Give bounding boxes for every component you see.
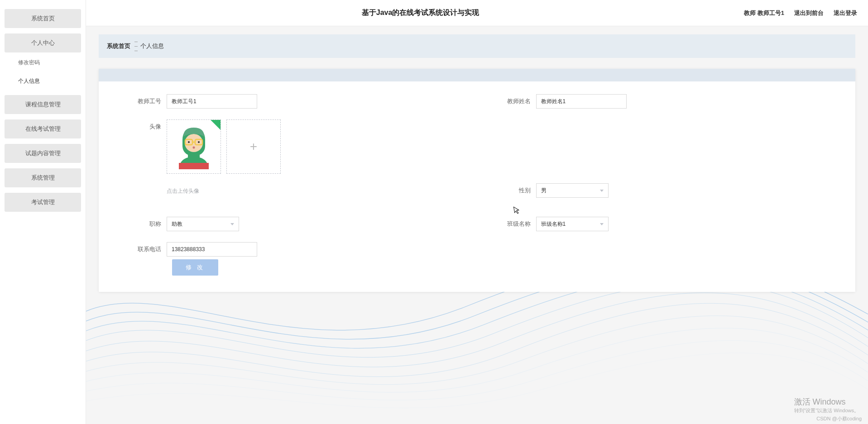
sidebar-item-exam[interactable]: 在线考试管理	[5, 119, 81, 138]
form-card: 教师工号 教师姓名 头像	[99, 69, 855, 292]
select-class[interactable]: 班级名称1	[536, 217, 609, 231]
sidebar-item-question[interactable]: 试题内容管理	[5, 144, 81, 163]
svg-point-1	[185, 134, 203, 152]
label-class: 班级名称	[495, 217, 536, 228]
csdn-watermark: CSDN @小蔡coding	[816, 415, 862, 422]
label-teacher-id: 教师工号	[126, 94, 167, 105]
avatar-preview[interactable]	[167, 119, 221, 174]
sidebar-item-course[interactable]: 课程信息管理	[5, 95, 81, 114]
sidebar-item-exam-mgmt[interactable]: 考试管理	[5, 193, 81, 212]
select-gender-value: 男	[541, 187, 547, 195]
avatar-upload-button[interactable]: +	[226, 119, 281, 174]
sidebar-sub-change-password[interactable]: 修改密码	[5, 54, 81, 71]
header-to-front[interactable]: 退出到前台	[794, 9, 824, 17]
label-gender: 性别	[495, 183, 536, 195]
breadcrumb-separator-icon	[134, 39, 137, 53]
avatar-icon	[173, 124, 214, 169]
submit-button[interactable]: 修 改	[172, 259, 218, 276]
svg-point-6	[198, 141, 200, 143]
chevron-down-icon	[600, 223, 604, 225]
breadcrumb-current: 个人信息	[140, 42, 164, 50]
label-avatar: 头像	[126, 119, 167, 131]
sidebar-item-home[interactable]: 系统首页	[5, 9, 81, 28]
chevron-down-icon	[230, 223, 234, 225]
input-phone[interactable]	[167, 242, 257, 257]
chevron-down-icon	[600, 190, 604, 192]
input-teacher-name[interactable]	[536, 94, 627, 109]
page-title: 基于Java的在线考试系统设计与实现	[97, 8, 744, 18]
select-gender[interactable]: 男	[536, 183, 609, 198]
header-user[interactable]: 教师 教师工号1	[744, 9, 784, 17]
label-title: 职称	[126, 217, 167, 228]
sidebar-item-personal[interactable]: 个人中心	[5, 33, 81, 52]
sidebar-sub-personal-info[interactable]: 个人信息	[5, 73, 81, 90]
card-header-bar	[99, 69, 855, 81]
header: 基于Java的在线考试系统设计与实现 教师 教师工号1 退出到前台 退出登录	[86, 0, 868, 26]
select-title-value: 助教	[172, 220, 182, 228]
upload-hint: 点击上传头像	[167, 187, 281, 195]
label-teacher-name: 教师姓名	[495, 94, 536, 105]
sidebar: 系统首页 个人中心 修改密码 个人信息 课程信息管理 在线考试管理 试题内容管理…	[0, 0, 86, 424]
input-teacher-id[interactable]	[167, 94, 257, 109]
svg-point-7	[193, 147, 195, 149]
plus-icon: +	[250, 139, 257, 154]
header-logout[interactable]: 退出登录	[834, 9, 857, 17]
svg-point-5	[188, 141, 190, 143]
check-corner-icon	[211, 120, 221, 130]
label-phone: 联系电话	[126, 242, 167, 253]
breadcrumb-home[interactable]: 系统首页	[107, 42, 130, 50]
select-class-value: 班级名称1	[541, 220, 566, 228]
breadcrumb: 系统首页 个人信息	[99, 34, 855, 58]
select-title[interactable]: 助教	[167, 217, 239, 231]
windows-watermark: 激活 Windows 转到"设置"以激活 Windows。	[794, 396, 859, 414]
sidebar-item-system[interactable]: 系统管理	[5, 168, 81, 187]
sidebar-subgroup: 修改密码 个人信息	[5, 54, 81, 90]
svg-rect-0	[179, 163, 209, 169]
